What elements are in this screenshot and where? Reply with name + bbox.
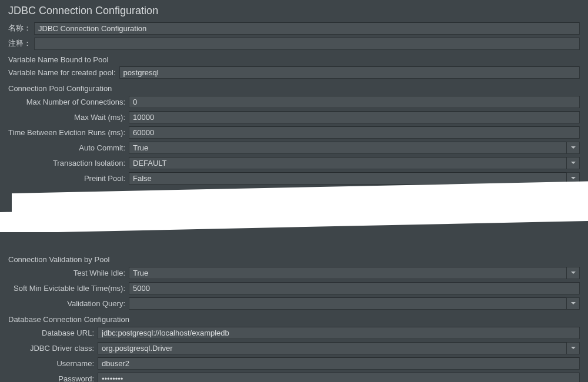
txiso-dropdown-button[interactable] xyxy=(567,157,580,169)
max-conn-input[interactable] xyxy=(129,96,580,108)
url-label: Database URL: xyxy=(8,329,98,337)
varpool-name-input[interactable] xyxy=(119,66,580,79)
chevron-down-icon xyxy=(570,145,576,150)
chevron-down-icon xyxy=(570,270,576,276)
url-input[interactable] xyxy=(98,327,580,339)
vquery-input[interactable] xyxy=(129,297,567,310)
autocommit-select[interactable] xyxy=(129,142,567,154)
preinit-select[interactable] xyxy=(129,172,567,185)
driver-select[interactable] xyxy=(98,342,567,354)
driver-label: JDBC Driver class: xyxy=(8,344,98,353)
preinit-label: Preinit Pool: xyxy=(8,174,129,183)
chevron-down-icon xyxy=(570,160,576,166)
test-idle-dropdown-button[interactable] xyxy=(567,267,580,279)
autocommit-label: Auto Commit: xyxy=(8,143,129,152)
chevron-down-icon xyxy=(570,300,576,306)
test-idle-label: Test While Idle: xyxy=(8,269,129,277)
max-wait-input[interactable] xyxy=(129,111,580,123)
eviction-label: Time Between Eviction Runs (ms): xyxy=(8,128,129,137)
soft-min-input[interactable] xyxy=(129,282,580,294)
max-wait-label: Max Wait (ms): xyxy=(8,113,129,122)
password-label: Password: xyxy=(8,374,98,383)
username-label: Username: xyxy=(8,359,98,368)
autocommit-dropdown-button[interactable] xyxy=(567,142,580,154)
varpool-name-label: Variable Name for created pool: xyxy=(8,68,119,77)
comment-label: 注释： xyxy=(8,38,34,49)
name-label: 名称： xyxy=(8,23,34,33)
driver-dropdown-button[interactable] xyxy=(567,342,580,354)
vquery-label: Validation Query: xyxy=(8,299,129,308)
pool-section-label: Connection Pool Configuration xyxy=(8,81,580,95)
max-conn-label: Max Number of Connections: xyxy=(8,98,129,106)
name-input[interactable] xyxy=(34,22,580,35)
txiso-label: Transaction Isolation: xyxy=(8,159,129,167)
txiso-select[interactable] xyxy=(129,157,567,169)
eviction-input[interactable] xyxy=(129,126,580,139)
cut-band xyxy=(0,206,588,232)
comment-input[interactable] xyxy=(34,38,580,50)
vquery-dropdown-button[interactable] xyxy=(567,297,580,310)
chevron-down-icon xyxy=(570,175,576,181)
varpool-section-label: Variable Name Bound to Pool xyxy=(8,52,580,66)
chevron-down-icon xyxy=(570,345,576,351)
username-input[interactable] xyxy=(98,357,580,370)
page-title: JDBC Connection Configuration xyxy=(8,5,580,17)
validation-section-label: Connection Validation by Pool xyxy=(8,252,580,266)
soft-min-label: Soft Min Evictable Idle Time(ms): xyxy=(8,284,129,293)
password-input[interactable] xyxy=(98,373,580,383)
test-idle-select[interactable] xyxy=(129,267,567,279)
db-section-label: Database Connection Configuration xyxy=(8,312,580,326)
